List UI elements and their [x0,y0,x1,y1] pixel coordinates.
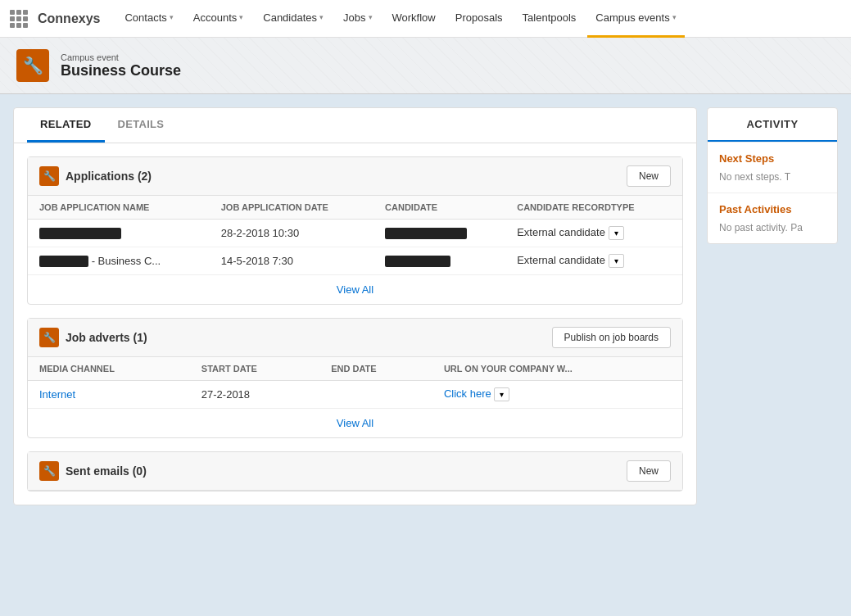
next-steps-label: Next Steps [708,142,837,168]
col-url: URL ON YOUR COMPANY W... [432,357,682,381]
nav-candidates[interactable]: Candidates ▾ [255,0,332,38]
chevron-down-icon: ▾ [239,13,243,21]
applications-view-all-link[interactable]: View All [337,283,373,296]
app-candidate-cell [373,247,505,275]
nav-workflow[interactable]: Workflow [384,0,444,38]
job-adverts-view-all-link[interactable]: View All [337,417,373,429]
activity-title: ACTIVITY [708,108,837,142]
nav-jobs[interactable]: Jobs ▾ [335,0,380,38]
applications-section: 🔧 Applications (2) New JOB APPLICATION N… [27,156,683,305]
chevron-down-icon: ▾ [319,13,324,21]
top-navigation: Connexys Contacts ▾ Accounts ▾ Candidate… [0,0,851,38]
app-name-cell [28,220,210,247]
app-recordtype-cell: External candidate ▾ [505,220,682,247]
past-activities-label: Past Activities [708,192,837,219]
job-adverts-section-header: 🔧 Job adverts (1) Publish on job boards [28,319,682,357]
page-title: Business Course [61,62,181,79]
applications-view-all: View All [28,274,682,304]
chevron-down-icon: ▾ [672,13,677,21]
col-candidate: CANDIDATE [373,196,505,220]
applications-title: 🔧 Applications (2) [39,166,152,186]
next-steps-text: No next steps. T [708,168,837,192]
sent-emails-section: 🔧 Sent emails (0) New [27,451,683,491]
recordtype-dropdown-1[interactable]: ▾ [609,254,624,268]
applications-new-button[interactable]: New [627,165,671,187]
brand-logo: Connexys [38,11,100,26]
sent-emails-section-header: 🔧 Sent emails (0) New [28,452,682,491]
page-header: 🔧 Campus event Business Course [0,38,851,94]
nav-campus-events[interactable]: Campus events ▾ [587,0,684,38]
col-end-date: END DATE [319,357,432,381]
app-name-suffix: - Business C... [92,255,161,267]
activity-panel: ACTIVITY Next Steps No next steps. T Pas… [707,107,838,244]
tab-details[interactable]: DETAILS [105,108,178,143]
nav-proposals[interactable]: Proposals [447,0,511,38]
table-row: - Business C... 14-5-2018 7:30 External … [28,247,682,275]
app-candidate-cell [373,220,505,247]
main-panel: RELATED DETAILS 🔧 Applications (2) New J… [13,107,697,505]
applications-table: JOB APPLICATION NAME JOB APPLICATION DAT… [28,196,682,274]
record-type-label: Campus event [61,52,181,62]
click-here-link[interactable]: Click here [444,387,491,400]
app-recordtype-cell: External candidate ▾ [505,247,682,275]
tab-related[interactable]: RELATED [27,108,105,143]
job-adverts-section: 🔧 Job adverts (1) Publish on job boards … [27,318,683,438]
app-launcher-icon[interactable] [10,10,28,28]
sent-emails-title: 🔧 Sent emails (0) [39,461,147,481]
end-date-cell [319,381,432,409]
col-candidate-recordtype: CANDIDATE RECORDTYPE [505,196,682,220]
applications-icon: 🔧 [39,166,59,186]
job-adverts-icon: 🔧 [39,328,59,347]
col-job-application-date: JOB APPLICATION DATE [210,196,373,220]
table-row: Internet 27-2-2018 Click here ▾ [28,381,682,409]
publish-job-boards-button[interactable]: Publish on job boards [552,327,671,348]
sent-emails-icon: 🔧 [39,461,59,481]
nav-contacts[interactable]: Contacts ▾ [116,0,181,38]
main-layout: RELATED DETAILS 🔧 Applications (2) New J… [0,94,851,519]
col-job-application-name: JOB APPLICATION NAME [28,196,210,220]
job-adverts-table: MEDIA CHANNEL START DATE END DATE URL ON… [28,357,682,408]
url-cell: Click here ▾ [432,381,682,409]
job-adverts-title: 🔧 Job adverts (1) [39,328,147,347]
col-start-date: START DATE [190,357,319,381]
app-date-cell: 28-2-2018 10:30 [210,220,373,247]
url-dropdown[interactable]: ▾ [494,387,509,401]
sent-emails-new-button[interactable]: New [627,460,671,482]
app-date-cell: 14-5-2018 7:30 [210,247,373,275]
job-adverts-view-all: View All [28,408,682,437]
recordtype-dropdown-0[interactable]: ▾ [609,226,624,240]
media-channel-cell: Internet [28,381,190,409]
start-date-cell: 27-2-2018 [190,381,319,409]
app-name-cell: - Business C... [28,247,210,275]
col-media-channel: MEDIA CHANNEL [28,357,190,381]
chevron-down-icon: ▾ [369,13,373,21]
header-metadata: Campus event Business Course [61,52,181,79]
past-activities-text: No past activity. Pa [708,219,837,243]
nav-accounts[interactable]: Accounts ▾ [185,0,251,38]
internet-link[interactable]: Internet [39,388,75,401]
campus-event-icon: 🔧 [16,49,49,82]
tab-bar: RELATED DETAILS [14,108,696,143]
chevron-down-icon: ▾ [170,13,174,21]
table-row: 28-2-2018 10:30 External candidate ▾ [28,220,682,247]
applications-section-header: 🔧 Applications (2) New [28,157,682,196]
nav-talentpools[interactable]: Talentpools [514,0,585,38]
